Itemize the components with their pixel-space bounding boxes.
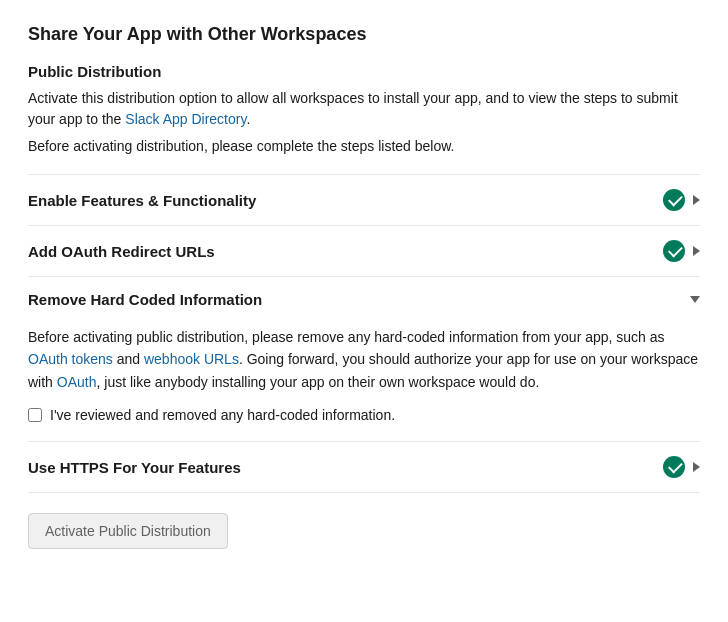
reviewed-checkbox-row: I've reviewed and removed any hard-coded… — [28, 407, 700, 423]
accordion-features-title: Enable Features & Functionality — [28, 192, 256, 209]
page-title: Share Your App with Other Workspaces — [28, 24, 700, 45]
steps-notice: Before activating distribution, please c… — [28, 138, 700, 154]
accordion-oauth-controls — [663, 240, 700, 262]
hardcoded-body-text: Before activating public distribution, p… — [28, 326, 700, 393]
oauth-link[interactable]: OAuth — [57, 374, 97, 390]
accordion-hardcoded-body: Before activating public distribution, p… — [28, 322, 700, 441]
hardcoded-chevron-down-icon — [690, 296, 700, 303]
features-check-icon — [663, 189, 685, 211]
accordion-hardcoded: Remove Hard Coded Information Before act… — [28, 276, 700, 441]
accordion-hardcoded-header[interactable]: Remove Hard Coded Information — [28, 277, 700, 322]
oauth-tokens-link[interactable]: OAuth tokens — [28, 351, 113, 367]
accordion-features-controls — [663, 189, 700, 211]
reviewed-checkbox[interactable] — [28, 408, 42, 422]
accordion-https-controls — [663, 456, 700, 478]
public-distribution-section: Public Distribution Activate this distri… — [28, 63, 700, 154]
reviewed-checkbox-label[interactable]: I've reviewed and removed any hard-coded… — [50, 407, 395, 423]
accordion-https-header[interactable]: Use HTTPS For Your Features — [28, 442, 700, 492]
public-distribution-title: Public Distribution — [28, 63, 700, 80]
main-container: Share Your App with Other Workspaces Pub… — [0, 0, 728, 573]
slack-app-directory-link[interactable]: Slack App Directory — [125, 111, 246, 127]
public-distribution-description: Activate this distribution option to all… — [28, 88, 700, 130]
accordion-features-header[interactable]: Enable Features & Functionality — [28, 175, 700, 225]
accordion-oauth-title: Add OAuth Redirect URLs — [28, 243, 215, 260]
accordion-features: Enable Features & Functionality — [28, 174, 700, 225]
webhook-urls-link[interactable]: webhook URLs — [144, 351, 239, 367]
accordion-oauth-header[interactable]: Add OAuth Redirect URLs — [28, 226, 700, 276]
accordion-hardcoded-controls — [690, 296, 700, 303]
accordion-https: Use HTTPS For Your Features — [28, 441, 700, 493]
accordion-https-title: Use HTTPS For Your Features — [28, 459, 241, 476]
oauth-check-icon — [663, 240, 685, 262]
https-check-icon — [663, 456, 685, 478]
https-chevron-right-icon — [693, 462, 700, 472]
features-chevron-right-icon — [693, 195, 700, 205]
activate-public-distribution-button[interactable]: Activate Public Distribution — [28, 513, 228, 549]
accordion-hardcoded-title: Remove Hard Coded Information — [28, 291, 262, 308]
oauth-chevron-right-icon — [693, 246, 700, 256]
accordion-oauth: Add OAuth Redirect URLs — [28, 225, 700, 276]
